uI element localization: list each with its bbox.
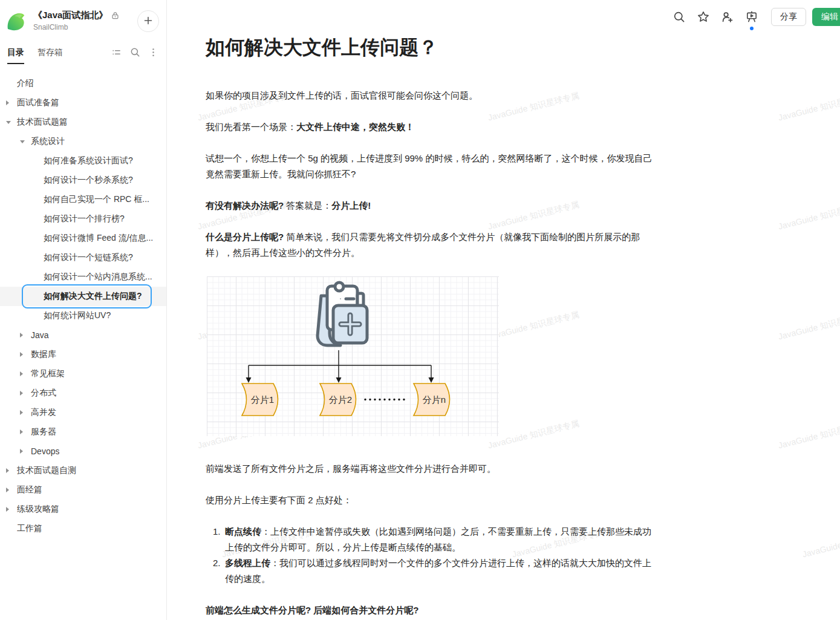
sidebar-item-label: 高并发	[31, 407, 56, 418]
sidebar-item[interactable]: 练级攻略篇	[0, 500, 166, 519]
chevron-right-icon[interactable]	[20, 352, 23, 357]
bold-text: 大文件上传中途，突然失败！	[296, 122, 414, 132]
sidebar-item[interactable]: 面试准备篇	[0, 93, 166, 113]
add-doc-button[interactable]	[137, 10, 159, 32]
list-item-number: 1.	[213, 524, 221, 540]
sidebar-header: 《Java面试指北》 SnailClimb	[0, 0, 166, 36]
sidebar-item-label: 面经篇	[17, 485, 42, 495]
book-owner: SnailClimb	[33, 23, 137, 31]
chevron-right-icon[interactable]	[6, 100, 9, 105]
sidebar-item[interactable]: 如何统计网站UV?	[0, 306, 166, 325]
sidebar-item[interactable]: Java	[0, 325, 166, 345]
chevron-right-icon[interactable]	[6, 468, 9, 473]
sidebar-item[interactable]: 技术面试题自测	[0, 461, 166, 480]
sidebar-item-label: 技术面试题自测	[17, 465, 76, 476]
sidebar-item[interactable]: 如何准备系统设计面试?	[0, 151, 166, 171]
sidebar-item-label: 如何设计一个秒杀系统?	[44, 175, 133, 186]
list-item-number: 2.	[213, 555, 221, 571]
chevron-right-icon[interactable]	[20, 391, 23, 396]
sidebar-item-label: 如何设计一个排行榜?	[44, 214, 125, 224]
sidebar-item[interactable]: 工作篇	[0, 519, 166, 538]
chevron-right-icon[interactable]	[20, 429, 23, 434]
search-icon[interactable]	[669, 8, 689, 26]
sidebar-item[interactable]: 如何设计一个秒杀系统?	[0, 171, 166, 190]
sidebar-item[interactable]: 高并发	[0, 403, 166, 422]
sidebar: 《Java面试指北》 SnailClimb	[0, 0, 167, 620]
bold-text: 分片上传!	[331, 200, 371, 210]
chunk-label: 分片n	[423, 394, 446, 405]
chunk-label: 分片1	[251, 394, 274, 405]
sidebar-item[interactable]: 面经篇	[0, 480, 166, 500]
chunk-label: 分片2	[329, 394, 352, 405]
watermark: JavaGuide 知识星球专属	[777, 91, 840, 124]
sidebar-item-label: 工作篇	[17, 523, 42, 534]
sidebar-item[interactable]: 常见框架	[0, 364, 166, 383]
article-body: 如果你的项目涉及到文件上传的话，面试官很可能会问你这个问题。我们先看第一个场景：…	[206, 88, 656, 618]
chevron-right-icon[interactable]	[20, 371, 23, 376]
sidebar-item[interactable]: 系统设计	[0, 132, 166, 151]
paragraph: 前端怎么生成文件分片呢? 后端如何合并文件分片呢?	[206, 602, 656, 618]
text: 试想一个，你想上传一个 5g 的视频，上传进度到 99% 的时候，特么的，突然网…	[206, 153, 652, 179]
sidebar-item-label: 如何设计一个短链系统?	[44, 252, 133, 263]
sidebar-item-label: Java	[31, 330, 49, 340]
bold-text: 什么是分片上传呢?	[206, 232, 284, 242]
share-button[interactable]: 分享	[771, 8, 806, 26]
edit-button[interactable]: 编辑	[812, 8, 840, 26]
chevron-down-icon[interactable]	[6, 121, 11, 124]
sidebar-item-label: 如何设计一个站内消息系统...	[44, 272, 152, 282]
sidebar-item-label: 系统设计	[31, 136, 65, 147]
chevron-down-icon[interactable]	[20, 140, 25, 143]
sidebar-item[interactable]: Devops	[0, 442, 166, 461]
sidebar-item-label: 介绍	[17, 78, 34, 89]
outline-list-icon[interactable]	[111, 47, 122, 57]
sidebar-item[interactable]: 服务器	[0, 422, 166, 442]
chevron-right-icon[interactable]	[6, 507, 9, 512]
sidebar-tabs: 目录暂存箱	[0, 40, 166, 64]
main-area: JavaGuide 知识星球专属JavaGuide 知识星球专属JavaGuid…	[168, 0, 840, 620]
paragraph: 我们先看第一个场景：大文件上传中途，突然失败！	[206, 119, 656, 135]
toolbar: 分享 编辑	[667, 8, 840, 26]
page: { "app": { "book_title": "《Java面试指北》", "…	[0, 0, 840, 620]
bold-text: 有没有解决办法呢?	[206, 200, 284, 210]
bold-text: 前端怎么生成文件分片呢? 后端如何合并文件分片呢?	[206, 605, 419, 615]
sidebar-item-label: 如何设计微博 Feed 流/信息...	[44, 233, 153, 244]
paragraph: 有没有解决办法呢? 答案就是：分片上传!	[206, 198, 656, 214]
sidebar-items: 介绍面试准备篇技术面试题篇系统设计如何准备系统设计面试?如何设计一个秒杀系统?如…	[0, 74, 166, 538]
chevron-right-icon[interactable]	[6, 488, 9, 492]
text: 答案就是：	[284, 200, 331, 210]
text: 我们先看第一个场景：	[206, 122, 296, 132]
watermark: JavaGuide 知识星球专属	[777, 419, 840, 452]
sidebar-item[interactable]: 介绍	[0, 74, 166, 93]
sidebar-tab-0[interactable]: 目录	[7, 40, 24, 64]
sidebar-item[interactable]: 如何设计一个短链系统?	[0, 248, 166, 267]
article: 如何解决大文件上传问题？ 如果你的项目涉及到文件上传的话，面试官很可能会问你这个…	[168, 0, 656, 618]
present-mode-icon[interactable]	[742, 8, 761, 26]
sidebar-item[interactable]: 技术面试题篇	[0, 113, 166, 132]
sidebar-item-label: 数据库	[31, 349, 56, 360]
kebab-menu-icon[interactable]	[149, 47, 158, 57]
search-icon[interactable]	[130, 47, 140, 57]
yuque-bird-logo	[5, 11, 27, 33]
sidebar-item[interactable]: 分布式	[0, 383, 166, 403]
invite-user-icon[interactable]	[718, 8, 737, 26]
star-icon[interactable]	[694, 8, 713, 26]
chevron-right-icon[interactable]	[20, 449, 23, 454]
sidebar-tab-1[interactable]: 暂存箱	[37, 40, 63, 64]
watermark: JavaGuide 知识星球专属	[777, 200, 840, 233]
sidebar-item[interactable]: 数据库	[0, 345, 166, 364]
sidebar-item[interactable]: 如何自己实现一个 RPC 框...	[0, 190, 166, 209]
chevron-right-icon[interactable]	[20, 333, 23, 338]
sidebar-item[interactable]: 如何设计一个排行榜?	[0, 209, 166, 229]
list-item: 1.断点续传：上传文件中途暂停或失败（比如遇到网络问题）之后，不需要重新上传，只…	[206, 524, 656, 555]
chevron-right-icon[interactable]	[20, 410, 23, 415]
sidebar-item[interactable]: 如何设计微博 Feed 流/信息...	[0, 229, 166, 248]
book-title[interactable]: 《Java面试指北》	[33, 10, 108, 21]
text: 前端发送了所有文件分片之后，服务端再将这些文件分片进行合并即可。	[206, 463, 496, 474]
notification-dot	[750, 27, 754, 30]
text: ：上传文件中途暂停或失败（比如遇到网络问题）之后，不需要重新上传，只需要上传那些…	[225, 526, 651, 552]
sidebar-item-label: 如何解决大文件上传问题?	[44, 291, 142, 302]
sidebar-item[interactable]: 如何设计一个站内消息系统...	[0, 267, 166, 287]
sidebar-item-selected[interactable]: 如何解决大文件上传问题?	[0, 287, 166, 306]
bold-text: 断点续传	[225, 526, 261, 537]
sidebar-item-label: 如何准备系统设计面试?	[44, 155, 133, 166]
